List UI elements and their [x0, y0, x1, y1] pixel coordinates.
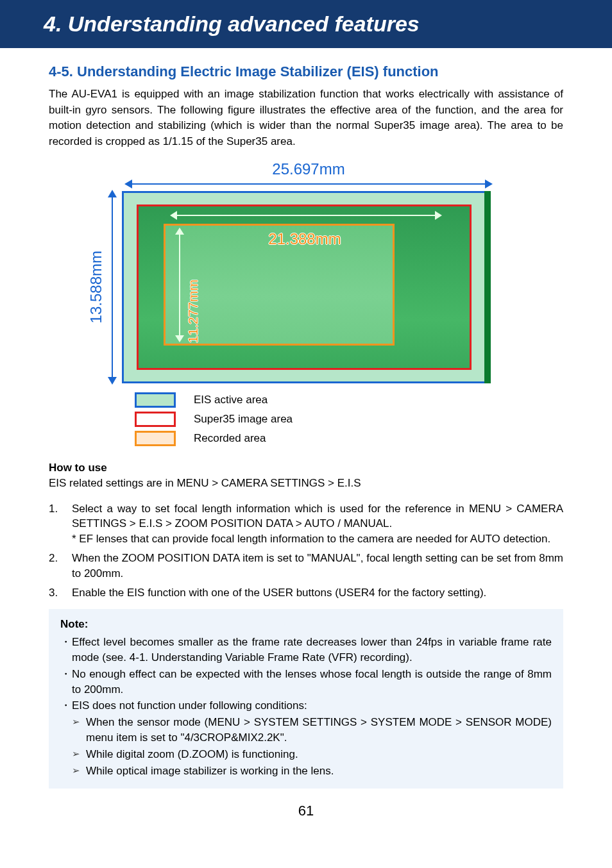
- legend-eis-label: EIS active area: [194, 394, 268, 406]
- step-1: Select a way to set focal length informa…: [49, 501, 563, 547]
- figure-legend: EIS active area Super35 image area Recor…: [135, 392, 563, 446]
- step-1-sub: * EF lenses that can provide focal lengt…: [72, 531, 563, 547]
- step-3: Enable the EIS function with one of the …: [49, 585, 563, 601]
- note-list: Effect level becomes smaller as the fram…: [60, 635, 552, 778]
- step-1-text: Select a way to set focal length informa…: [72, 503, 563, 530]
- document-page: 4. Understanding advanced features 4-5. …: [0, 0, 612, 832]
- howto-steps: Select a way to set focal length informa…: [49, 501, 563, 601]
- legend-super35-label: Super35 image area: [194, 413, 293, 426]
- recorded-width-arrow: [171, 211, 441, 220]
- swatch-super35: [135, 412, 176, 427]
- note-item-3-text: EIS does not function under following co…: [72, 699, 307, 712]
- howto-lead: EIS related settings are in MENU > CAMER…: [49, 477, 563, 490]
- swatch-recorded: [135, 431, 176, 446]
- outer-height-arrow: [108, 191, 117, 383]
- section-title: 4-5. Understanding Electric Image Stabil…: [49, 63, 563, 80]
- recorded-width-label: 21.388mm: [268, 230, 341, 248]
- howto-heading: How to use: [49, 462, 563, 474]
- chapter-title: 4. Understanding advanced features: [44, 12, 420, 36]
- intro-paragraph: The AU-EVA1 is equipped with an image st…: [49, 87, 563, 150]
- legend-row-super35: Super35 image area: [135, 412, 563, 427]
- step-3-text: Enable the EIS function with one of the …: [72, 587, 486, 599]
- page-number: 61: [49, 803, 563, 819]
- chapter-banner: 4. Understanding advanced features: [0, 0, 612, 48]
- note-sub-1: When the sensor mode (MENU > SYSTEM SETT…: [72, 715, 552, 746]
- step-2: When the ZOOM POSITION DATA item is set …: [49, 551, 563, 581]
- note-item-3: EIS does not function under following co…: [60, 698, 552, 778]
- eis-figure: 25.697mm 13.588mm 21.388mm 11.277mm: [49, 160, 563, 383]
- note-box: Note: Effect level becomes smaller as th…: [49, 609, 563, 789]
- swatch-eis-active: [135, 392, 176, 408]
- note-item-2: No enough effect can be expected with th…: [60, 667, 552, 697]
- recorded-height-label: 11.277mm: [185, 280, 201, 343]
- outer-height-block: 13.588mm: [87, 191, 117, 383]
- legend-row-recorded: Recorded area: [135, 431, 563, 446]
- sensor-diagram: 21.388mm 11.277mm: [122, 191, 488, 383]
- step-2-text: When the ZOOM POSITION DATA item is set …: [72, 552, 563, 580]
- note-sub-2: While digital zoom (D.ZOOM) is functioni…: [72, 747, 552, 762]
- outer-width-label: 25.697mm: [126, 160, 491, 178]
- note-sublist: When the sensor mode (MENU > SYSTEM SETT…: [72, 715, 552, 778]
- recorded-height-arrow: [175, 229, 184, 341]
- legend-recorded-label: Recorded area: [194, 432, 266, 445]
- outer-width-arrow: [126, 179, 491, 188]
- outer-height-label: 13.588mm: [87, 251, 105, 323]
- note-title: Note:: [60, 617, 552, 632]
- legend-row-eis: EIS active area: [135, 392, 563, 408]
- content-area: 4-5. Understanding Electric Image Stabil…: [0, 48, 612, 819]
- diagram-edge-strip: [484, 191, 491, 383]
- note-sub-3: While optical image stabilizer is workin…: [72, 764, 552, 779]
- note-item-1: Effect level becomes smaller as the fram…: [60, 635, 552, 665]
